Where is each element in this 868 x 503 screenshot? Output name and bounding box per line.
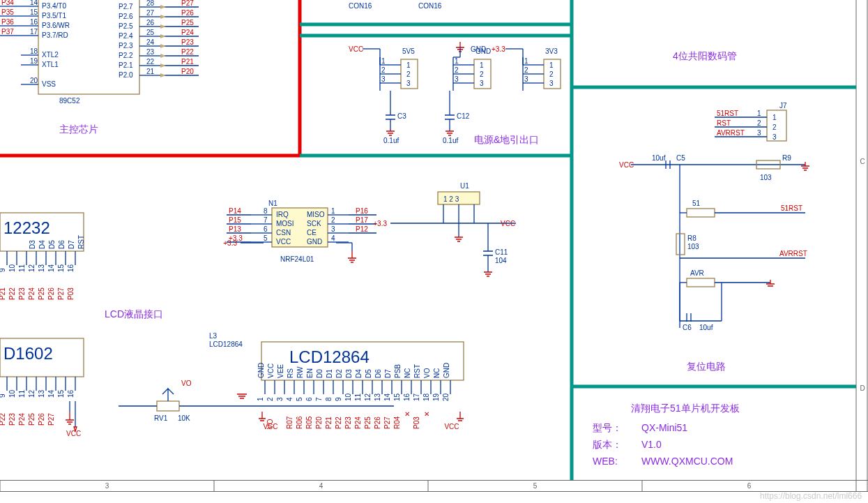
svg-text:MOSI: MOSI	[276, 220, 294, 227]
svg-text:P3.5/T1: P3.5/T1	[42, 12, 66, 20]
svg-text:P26: P26	[47, 287, 55, 300]
mcu-block: 13P3.3/INT1P3314P3.4/T0P3415P3.5/T1P3516…	[0, 0, 199, 135]
svg-text:4: 4	[319, 482, 323, 490]
svg-text:VO: VO	[423, 368, 431, 378]
svg-text:P21: P21	[0, 287, 6, 300]
svg-text:2: 2	[331, 216, 335, 224]
svg-text:VCC: VCC	[501, 220, 515, 227]
svg-text:3: 3	[381, 75, 386, 83]
svg-text:R06: R06	[296, 416, 303, 429]
svg-text:22: 22	[146, 58, 155, 66]
svg-text:P37: P37	[1, 28, 14, 36]
svg-text:16: 16	[67, 389, 75, 398]
svg-text:D3: D3	[345, 369, 353, 378]
svg-text:D7: D7	[384, 369, 392, 378]
svg-text:P23: P23	[18, 287, 26, 300]
svg-text:R8: R8	[687, 234, 696, 242]
svg-rect-146	[157, 401, 179, 411]
svg-text:6: 6	[264, 225, 268, 233]
svg-text:26: 26	[146, 19, 155, 27]
svg-text:24: 24	[146, 38, 155, 46]
lcd-section-title: LCD液晶接口	[105, 308, 163, 320]
svg-text:R04: R04	[393, 416, 401, 429]
svg-text:5: 5	[533, 482, 538, 490]
svg-text:P22: P22	[335, 416, 342, 429]
svg-text:D: D	[860, 384, 865, 392]
svg-text:9: 9	[0, 268, 6, 272]
svg-text:11: 11	[18, 389, 26, 398]
svg-text:MISO: MISO	[307, 211, 325, 218]
svg-text:6: 6	[747, 482, 752, 490]
svg-text:27: 27	[146, 9, 155, 17]
svg-text:9: 9	[335, 397, 342, 401]
svg-text:WEB:: WEB:	[593, 456, 618, 467]
svg-text:5: 5	[264, 234, 268, 242]
svg-text:P16: P16	[356, 207, 368, 215]
svg-rect-373	[687, 209, 715, 217]
svg-text:0.1uf: 0.1uf	[383, 137, 399, 144]
svg-text:P2.1: P2.1	[119, 61, 133, 69]
svg-text:1: 1	[331, 207, 335, 215]
svg-text:51RST: 51RST	[717, 110, 738, 117]
svg-text:P13: P13	[229, 225, 241, 233]
svg-text:P27: P27	[383, 416, 391, 429]
svg-text:P23: P23	[8, 413, 16, 426]
svg-text:NRF24L01: NRF24L01	[280, 255, 314, 263]
svg-text:10K: 10K	[178, 414, 190, 422]
svg-text:P3.7/RD: P3.7/RD	[42, 31, 68, 39]
svg-text:12: 12	[28, 389, 36, 398]
svg-text:U1: U1	[460, 182, 469, 190]
svg-text:P24: P24	[28, 287, 36, 300]
svg-text:7: 7	[315, 397, 323, 401]
lcd-12864: L3 LCD12864 LCD12864 GNDVCCVEERSRWEND0D1…	[209, 332, 464, 430]
svg-text:P23: P23	[344, 416, 352, 429]
svg-rect-1	[0, 491, 868, 492]
svg-text:QX-Mini51: QX-Mini51	[641, 422, 687, 433]
svg-text:15: 15	[57, 389, 65, 398]
svg-text:D6: D6	[374, 369, 382, 378]
svg-text:2: 2	[266, 397, 274, 401]
svg-text:16: 16	[30, 18, 38, 26]
svg-text:P35: P35	[1, 8, 14, 16]
svg-text:AVRRST: AVRRST	[717, 129, 745, 137]
svg-text:P14: P14	[229, 207, 241, 215]
svg-text:P36: P36	[1, 18, 14, 26]
svg-text:18: 18	[422, 393, 430, 401]
svg-text:1: 1	[257, 397, 264, 401]
lcd-1602: D1602 910111213141516P22P23P24P25P26P27 …	[0, 338, 84, 437]
svg-text:20: 20	[442, 393, 450, 401]
svg-text:P20: P20	[315, 416, 323, 429]
svg-text:D5: D5	[48, 240, 56, 249]
svg-text:1: 1	[480, 61, 484, 69]
svg-text:P25: P25	[28, 413, 36, 426]
svg-text:P22: P22	[0, 413, 6, 426]
svg-text:P03: P03	[413, 416, 420, 429]
svg-text:VCC: VCC	[444, 423, 459, 430]
svg-text:J7: J7	[779, 102, 787, 110]
reset-circuit: 复位电路 J7 151RST12RST23AVRRST3 VCC 10uf C5…	[619, 102, 809, 372]
svg-text:1  2  3: 1 2 3	[443, 195, 459, 203]
svg-text:20: 20	[30, 77, 38, 84]
svg-text:CON16: CON16	[418, 2, 442, 10]
svg-text:P20: P20	[181, 68, 194, 75]
svg-text:3: 3	[757, 129, 761, 137]
svg-text:✕: ✕	[424, 410, 429, 418]
svg-text:P3.6/WR: P3.6/WR	[42, 22, 70, 29]
svg-text:VSS: VSS	[42, 80, 56, 88]
svg-text:D1: D1	[326, 369, 333, 378]
svg-text:P3.4/T0: P3.4/T0	[42, 2, 66, 10]
svg-text:10: 10	[344, 393, 352, 401]
svg-text:P27: P27	[181, 0, 194, 7]
svg-text:N1: N1	[268, 200, 277, 207]
svg-text:3: 3	[772, 133, 777, 141]
svg-text:4: 4	[286, 397, 294, 401]
svg-text:C6: C6	[683, 324, 692, 331]
svg-text:1: 1	[381, 57, 386, 65]
svg-text:21: 21	[146, 68, 155, 75]
svg-text:1: 1	[757, 110, 761, 117]
svg-text:RST: RST	[717, 119, 731, 127]
svg-text:6: 6	[305, 397, 313, 401]
svg-text:17: 17	[30, 28, 38, 36]
svg-text:EN: EN	[306, 368, 314, 378]
svg-text:VCC: VCC	[263, 423, 277, 430]
